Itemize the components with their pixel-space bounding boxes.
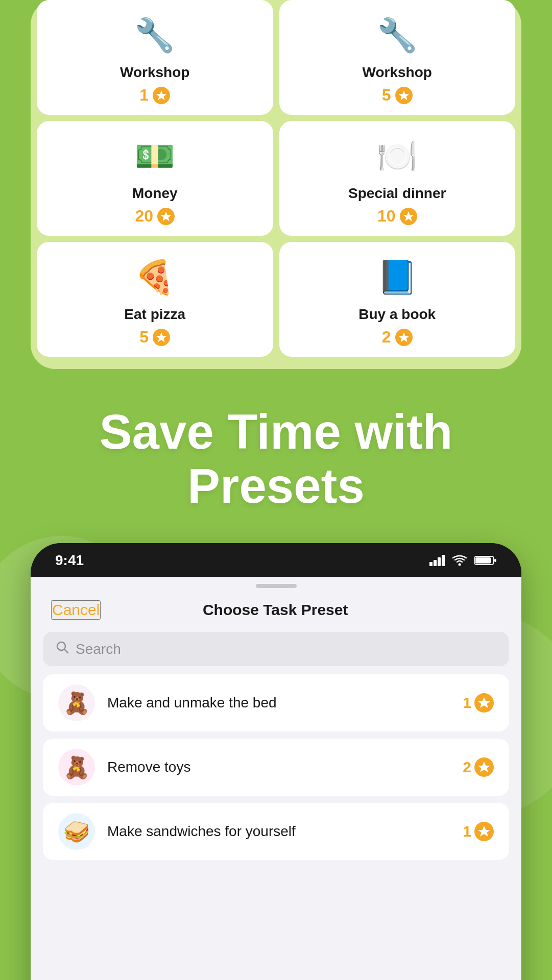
task-points-toys: 2 — [463, 757, 494, 777]
reward-cell-workshop5[interactable]: 🔧 Workshop 5 — [279, 0, 516, 115]
task-name-sandwiches: Make sandwiches for yourself — [107, 823, 450, 840]
modal-header: Cancel Choose Task Preset — [31, 592, 521, 632]
reward-name-book: Buy a book — [358, 306, 436, 323]
task-icon-toys: 🧸 — [58, 749, 95, 786]
star-icon — [153, 329, 170, 346]
task-item-bed[interactable]: 🧸 Make and unmake the bed 1 — [43, 674, 509, 731]
reward-points-pizza: 5 — [139, 328, 170, 347]
svg-rect-15 — [442, 555, 445, 566]
phone-mockup: 9:41 — [31, 543, 521, 980]
modal-title: Choose Task Preset — [203, 601, 348, 619]
task-name-toys: Remove toys — [107, 759, 450, 775]
reward-points-workshop5: 5 — [382, 86, 413, 105]
reward-points-book: 2 — [382, 328, 413, 347]
star-icon — [474, 693, 494, 713]
top-rewards-card: 🔧 Workshop 1 🔧 Workshop 5 — [31, 0, 521, 369]
svg-point-20 — [57, 642, 65, 650]
svg-point-16 — [459, 564, 461, 566]
reward-name-special-dinner: Special dinner — [348, 185, 446, 202]
special-dinner-icon: 🍽️ — [374, 133, 420, 179]
star-icon — [474, 757, 494, 777]
rewards-grid: 🔧 Workshop 1 🔧 Workshop 5 — [37, 0, 515, 357]
money-icon: 💵 — [132, 133, 178, 179]
task-item-toys[interactable]: 🧸 Remove toys 2 — [43, 739, 509, 796]
task-icon-bed: 🧸 — [58, 684, 95, 721]
reward-cell-book[interactable]: 📘 Buy a book 2 — [279, 242, 516, 357]
reward-cell-special-dinner[interactable]: 🍽️ Special dinner 10 — [279, 121, 516, 236]
workshop1-icon: 🔧 — [132, 12, 178, 58]
status-time: 9:41 — [55, 552, 84, 569]
drag-bar — [256, 584, 297, 588]
reward-name-workshop1: Workshop — [120, 64, 189, 81]
task-item-sandwiches[interactable]: 🥪 Make sandwiches for yourself 1 — [43, 803, 509, 860]
book-icon: 📘 — [374, 254, 420, 300]
status-right-icons — [429, 555, 497, 566]
status-bar: 9:41 — [31, 543, 521, 577]
star-icon — [153, 87, 170, 104]
reward-cell-money[interactable]: 💵 Money 20 — [37, 121, 273, 236]
headline-text: Save Time with Presets — [31, 405, 521, 512]
task-icon-sandwiches: 🥪 — [58, 813, 95, 850]
task-list: 🧸 Make and unmake the bed 1 🧸 Remove toy… — [31, 674, 521, 866]
task-points-bed: 1 — [463, 693, 494, 713]
svg-rect-13 — [434, 560, 437, 566]
star-icon — [474, 822, 494, 841]
search-icon — [55, 640, 69, 658]
svg-rect-12 — [429, 562, 433, 566]
svg-rect-18 — [475, 557, 491, 564]
svg-line-21 — [65, 650, 68, 653]
reward-cell-pizza[interactable]: 🍕 Eat pizza 5 — [37, 242, 273, 357]
pizza-icon: 🍕 — [132, 254, 178, 300]
reward-points-workshop1: 1 — [139, 86, 170, 105]
reward-name-workshop5: Workshop — [363, 64, 432, 81]
battery-icon — [474, 555, 497, 566]
svg-rect-14 — [438, 557, 441, 566]
reward-name-pizza: Eat pizza — [124, 306, 185, 323]
cancel-button[interactable]: Cancel — [51, 600, 101, 620]
task-points-sandwiches: 1 — [463, 822, 494, 841]
svg-rect-19 — [494, 559, 496, 562]
star-icon — [157, 208, 175, 225]
search-bar[interactable]: Search — [43, 632, 509, 666]
drag-handle — [31, 577, 521, 592]
star-icon — [395, 329, 413, 346]
reward-points-money: 20 — [135, 207, 175, 226]
wifi-icon — [452, 555, 467, 566]
star-icon — [395, 87, 413, 104]
signal-icon — [429, 555, 445, 566]
headline-section: Save Time with Presets — [0, 369, 552, 543]
reward-points-special-dinner: 10 — [377, 207, 417, 226]
workshop5-icon: 🔧 — [374, 12, 420, 58]
search-input-placeholder: Search — [76, 641, 121, 657]
task-name-bed: Make and unmake the bed — [107, 695, 450, 711]
reward-cell-workshop1[interactable]: 🔧 Workshop 1 — [37, 0, 273, 115]
phone-content: Cancel Choose Task Preset Search 🧸 Make … — [31, 577, 521, 980]
reward-name-money: Money — [132, 185, 178, 202]
star-icon — [400, 208, 417, 225]
